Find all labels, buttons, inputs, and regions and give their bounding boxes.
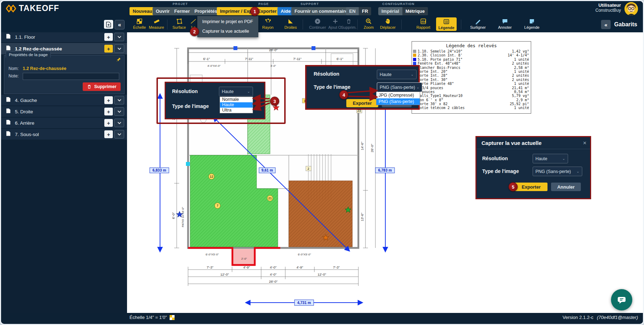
chat-support-button[interactable] bbox=[611, 289, 632, 310]
set-square-icon bbox=[280, 18, 301, 25]
cancel-button[interactable]: Annuler bbox=[551, 183, 581, 191]
chat-bubble-icon bbox=[617, 295, 627, 305]
legend-row: 5.10. Porte patio 71"1 unité bbox=[412, 58, 531, 61]
svg-text:7: 7 bbox=[216, 204, 218, 207]
delete-page-button[interactable]: Supprimer bbox=[83, 82, 121, 91]
legend-row: Plancher Bois-Francs2,58 m³ bbox=[412, 66, 531, 70]
tool-surligner[interactable]: Surligner bbox=[467, 18, 489, 29]
add-takeoff-button[interactable]: + bbox=[104, 96, 113, 104]
expand-page-button[interactable] bbox=[114, 96, 124, 104]
export-button[interactable]: Exporter bbox=[515, 183, 547, 191]
capture-dialog-excerpt-left: Résolution Haute⌄ Type de l'image Normal… bbox=[165, 82, 265, 119]
legend-row: porte 30' x 8225,92 pi² bbox=[412, 102, 531, 106]
sidebar-page-sous-sol[interactable]: 7. Sous-sol + bbox=[1, 129, 127, 140]
section-configuration: CONFIGURATION bbox=[370, 2, 427, 6]
export-button[interactable]: Exporter bbox=[346, 99, 378, 107]
expand-page-button[interactable] bbox=[114, 119, 124, 127]
app-title: TAKEOFF bbox=[19, 4, 59, 13]
expand-gabarits-button[interactable]: « bbox=[601, 20, 611, 29]
takeoff-legend: Légende des relevés 1.10. Semelle 24"x10… bbox=[412, 41, 531, 114]
option-ultra[interactable]: Ultra bbox=[220, 108, 253, 113]
user-name: Utilisateur bbox=[595, 2, 621, 8]
legend-row: 2 pouces0,54 m³ bbox=[412, 90, 531, 94]
lang-fr[interactable]: FR bbox=[359, 7, 371, 15]
chevron-down-icon bbox=[117, 48, 121, 50]
svg-text:6,833 m: 6,833 m bbox=[153, 168, 166, 172]
sidebar-page-floor[interactable]: 1.1. Floor + bbox=[1, 32, 127, 42]
expand-page-button[interactable] bbox=[114, 44, 124, 53]
tools-toolbar: « Échelle Measure Surface Lo Rayon Droit… bbox=[1, 17, 643, 32]
tool-legende-active[interactable]: Légende bbox=[436, 17, 457, 31]
note-input[interactable] bbox=[23, 73, 119, 80]
tool-rapport[interactable]: Rapport bbox=[413, 18, 434, 29]
tool-legende-note[interactable]: Légende bbox=[521, 18, 543, 29]
menu-item-capture-view[interactable]: Capturer la vue actuelle bbox=[197, 27, 258, 36]
commentaire-button[interactable]: Fournir un commentaire bbox=[291, 7, 351, 15]
sidebar-page-arriere[interactable]: 6. Arrière + bbox=[1, 118, 127, 128]
section-projet: PROJET bbox=[157, 2, 203, 6]
add-takeoff-button[interactable]: + bbox=[104, 45, 113, 53]
resolution-select[interactable]: Haute⌄ bbox=[219, 87, 253, 96]
units-metric[interactable]: Métrique bbox=[402, 7, 428, 15]
scale-checker-icon bbox=[170, 315, 175, 320]
expand-page-button[interactable] bbox=[114, 130, 124, 139]
resolution-select[interactable]: Haute⌄ bbox=[377, 70, 417, 79]
page-properties-panel: Propriétés de la page Nom: 1.2 Rez-de-ch… bbox=[4, 55, 125, 94]
step-badge-1: 1 bbox=[250, 7, 259, 16]
proprietes-button[interactable]: Propriétés bbox=[191, 7, 220, 15]
expand-page-button[interactable] bbox=[114, 107, 124, 116]
svg-text:28'-0": 28'-0" bbox=[269, 48, 277, 52]
radius-points-icon bbox=[257, 18, 279, 25]
collapse-sidebar-button[interactable]: « bbox=[115, 20, 125, 29]
svg-text:4'-0": 4'-0" bbox=[270, 265, 277, 269]
user-avatar[interactable] bbox=[624, 2, 638, 16]
chevron-down-icon bbox=[117, 36, 121, 38]
svg-text:28'-0": 28'-0" bbox=[269, 280, 277, 283]
option-normale[interactable]: Normale bbox=[220, 97, 253, 102]
tool-supprimer[interactable]: Supprim. bbox=[338, 18, 359, 29]
trash-icon bbox=[338, 18, 359, 25]
top-menubar: TAKEOFF PROJET PAGE SUPPORT CONFIGURATIO… bbox=[1, 1, 643, 17]
tool-zoom[interactable]: Zoom bbox=[358, 18, 379, 29]
ouvrir-button[interactable]: Ouvrir bbox=[153, 7, 173, 15]
legend-row: 1.10. Semelle 24"x10"1,42 vg³ bbox=[412, 49, 531, 53]
tool-droites[interactable]: Droites bbox=[280, 18, 301, 29]
option-jpg[interactable]: JPG (Compressé) bbox=[376, 92, 420, 98]
tool-deplacer[interactable]: Déplacer bbox=[377, 18, 398, 29]
option-png[interactable]: PNG (Sans-perte) bbox=[376, 98, 420, 105]
fermer-button[interactable]: Fermer bbox=[171, 7, 193, 15]
add-takeoff-button[interactable]: + bbox=[104, 130, 113, 138]
lang-en[interactable]: EN bbox=[346, 7, 359, 15]
legend-row: ton 6 ' x 8"2,9 m³ bbox=[412, 98, 531, 102]
version-info: Version 2.1.2-c (70e40df1@master) bbox=[562, 315, 638, 320]
svg-text:6'-0"X5'-0": 6'-0"X5'-0" bbox=[298, 253, 311, 256]
legend-list-icon bbox=[436, 18, 457, 25]
legend-title: Légende des relevés bbox=[412, 43, 531, 48]
sidebar-page-gauche[interactable]: 4. Gauche + bbox=[1, 95, 127, 105]
legend-swatch bbox=[413, 54, 416, 57]
image-type-select[interactable]: PNG (Sans-perte)⌄ bbox=[377, 82, 422, 92]
trash-icon bbox=[87, 84, 92, 89]
tool-measure[interactable]: Measure bbox=[146, 18, 167, 29]
expand-page-button[interactable] bbox=[114, 33, 124, 41]
tool-rayon[interactable]: Rayon bbox=[257, 18, 279, 29]
option-haute[interactable]: Haute bbox=[220, 102, 253, 108]
pin-icon[interactable] bbox=[116, 57, 121, 64]
sidebar-page-droite[interactable]: 5. Droite + bbox=[1, 106, 127, 117]
add-takeoff-button[interactable]: + bbox=[104, 119, 113, 127]
close-icon[interactable]: × bbox=[583, 140, 587, 147]
hand-icon bbox=[377, 18, 398, 25]
resolution-select[interactable]: Haute⌄ bbox=[533, 154, 568, 163]
chevron-down-icon bbox=[117, 110, 121, 113]
page-icon bbox=[6, 33, 11, 40]
add-takeoff-button[interactable]: + bbox=[104, 108, 113, 115]
svg-text:4'-9": 4'-9" bbox=[243, 265, 250, 269]
menu-item-print-pdf[interactable]: Imprimer le projet en PDF bbox=[197, 17, 258, 27]
nouveau-button[interactable]: Nouveau bbox=[130, 7, 155, 15]
units-imperial[interactable]: Impérial bbox=[378, 7, 402, 15]
image-type-select[interactable]: PNG (Sans-perte)⌄ bbox=[533, 167, 582, 176]
add-page-button[interactable] bbox=[104, 20, 113, 29]
add-takeoff-button[interactable]: + bbox=[104, 33, 113, 41]
tool-annoter[interactable]: Annoter bbox=[494, 18, 516, 29]
properties-tab[interactable]: Propriétés de la page bbox=[6, 52, 51, 58]
